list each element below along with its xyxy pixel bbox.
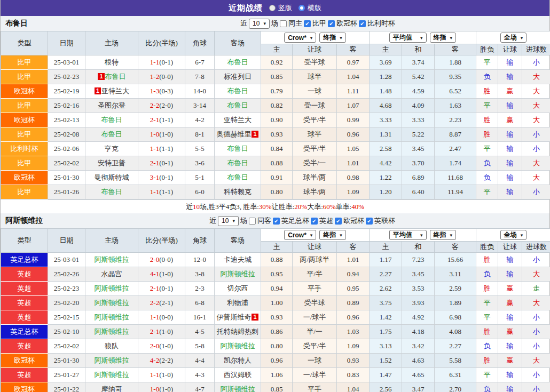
avg-draw-odds: 6.40 <box>402 185 435 199</box>
match-row: 英超25-02-20阿斯顿维拉2-2(2-1)6-8利物浦1.00受半球0.89… <box>1 296 550 310</box>
average-select[interactable]: 平均值▾ <box>389 230 427 240</box>
odds-away: 0.98 <box>337 171 370 185</box>
radio-unselected-icon[interactable] <box>269 5 276 11</box>
average-select[interactable]: 平均值▾ <box>389 33 427 43</box>
avg-home-odds: 1.28 <box>370 70 402 84</box>
corner-score: 5-1 <box>185 171 215 185</box>
match-score: 4-2(2-2) <box>138 354 185 368</box>
match-row: 英足总杯25-02-10阿斯顿维拉2-1(1-0)4-5托特纳姆热刺0.86半/… <box>1 325 550 339</box>
odds-home: 0.90 <box>261 113 293 127</box>
column-subheader: 让球 <box>293 44 337 55</box>
match-date: 25-01-26 <box>48 185 85 199</box>
avg-draw-odds: 4.65 <box>402 368 435 382</box>
team-name-text: 阿斯顿维拉 <box>95 255 129 263</box>
avg-draw-odds: 4.09 <box>402 99 435 113</box>
corner-score: 14-0 <box>185 84 215 99</box>
bookmaker-select[interactable]: Crow*▾ <box>284 230 316 240</box>
topbar: 近期战绩 竖版 横版 <box>1 0 549 16</box>
layout-radio-vertical[interactable]: 竖版 <box>269 3 292 13</box>
league-checkbox-checked[interactable]: ✔ <box>311 218 318 225</box>
odds-home: 0.93 <box>261 310 293 325</box>
avg-home-odds: 3.75 <box>370 296 402 310</box>
league-checkbox-checked[interactable]: ✔ <box>304 20 311 27</box>
match-date: 25-02-06 <box>48 142 85 156</box>
match-score: 2-1(1-1) <box>138 113 185 127</box>
result-goals: 小 <box>522 325 550 339</box>
odds-away: 1.04 <box>337 70 370 84</box>
league-checkbox-checked[interactable]: ✔ <box>335 218 342 225</box>
column-subheader: 主 <box>370 242 402 253</box>
team-name-text: 安特卫普 <box>98 159 125 167</box>
same-venue-checkbox-unchecked[interactable] <box>249 218 256 225</box>
team-name-text: 布鲁日 <box>227 58 248 66</box>
team-header-bar: 布鲁日近10▾场同主✔比甲✔欧冠杯✔比利时杯 <box>1 16 549 31</box>
result-outcome: 平 <box>476 99 498 113</box>
column-subheader: 进球数 <box>522 44 550 55</box>
column-subheader: 客 <box>435 242 476 253</box>
team-name: 阿斯顿维拉 <box>5 216 43 226</box>
same-venue-checkbox-unchecked[interactable] <box>280 20 287 27</box>
league-checkbox-checked[interactable]: ✔ <box>359 20 366 27</box>
average-stage-select[interactable]: 终指▾ <box>430 33 457 43</box>
average-header-group: 平均值▾终指▾ <box>370 229 476 242</box>
team-name-text: 托特纳姆热刺 <box>217 327 258 335</box>
dropdown-arrow-icon: ▾ <box>310 35 313 41</box>
home-team: 1布鲁日 <box>85 70 138 84</box>
scope-select[interactable]: 全场▾ <box>500 33 527 43</box>
result-handicap: 输 <box>498 185 522 199</box>
dropdown-arrow-icon: ▾ <box>340 233 342 238</box>
match-row: 比利时杯25-02-06亨克1-1(1-1)5-5布鲁日0.84受平/半1.05… <box>1 142 550 156</box>
league-checkbox-checked[interactable]: ✔ <box>328 20 335 27</box>
average-stage-select[interactable]: 终指▾ <box>430 230 457 240</box>
dropdown-arrow-icon: ▾ <box>232 218 235 223</box>
result-handicap: 输 <box>498 253 522 267</box>
odds-away: 1.01 <box>337 156 370 171</box>
team-name-text: 伊普斯维奇 <box>216 313 251 321</box>
odds-home: 0.88 <box>261 156 293 171</box>
dropdown-arrow-icon: ▾ <box>340 35 342 41</box>
matches-count-select[interactable]: 10▾ <box>218 216 239 226</box>
league-checkbox-checked[interactable]: ✔ <box>366 218 373 225</box>
odds-away: 0.96 <box>337 127 370 142</box>
away-team: 伊普斯维奇1 <box>215 310 261 325</box>
near-label: 近 <box>209 216 216 226</box>
layout-radio-horizontal[interactable]: 横版 <box>298 3 321 13</box>
match-date: 25-02-02 <box>48 156 85 171</box>
match-date: 25-01-30 <box>48 171 85 185</box>
match-type-badge: 比甲 <box>1 185 48 199</box>
team-results-section: 阿斯顿维拉近10▾场同客✔英足总杯✔英超✔欧冠杯✔英联杯类型日期主场比分(半场)… <box>1 213 549 392</box>
match-row: 欧冠杯25-01-22摩纳哥1-0(1-0)4-7阿斯顿维拉0.85平手1.04… <box>1 382 550 392</box>
avg-away-odds: 6.52 <box>435 84 476 99</box>
avg-away-odds: 8.87 <box>435 127 476 142</box>
result-goals: 大 <box>522 99 550 113</box>
home-team: 根特 <box>85 55 138 70</box>
bookmaker-stage-select[interactable]: 终指▾ <box>319 230 346 240</box>
bookmaker-select[interactable]: Crow*▾ <box>284 33 316 43</box>
odds-away: 1.03 <box>337 325 370 339</box>
radio-selected-icon[interactable] <box>298 5 305 11</box>
matches-count-select[interactable]: 10▾ <box>249 19 270 29</box>
match-row: 比甲25-02-02安特卫普2-1(0-1)3-6布鲁日0.88受半/一1.01… <box>1 156 550 171</box>
league-checkbox-label: 英足总杯 <box>281 216 309 226</box>
bookmaker-stage-select[interactable]: 终指▾ <box>319 33 346 43</box>
odds-home: 0.85 <box>261 70 293 84</box>
odds-away: 1.01 <box>337 253 370 267</box>
column-subheader: 让球 <box>498 44 522 55</box>
match-type-badge: 比甲 <box>1 127 48 142</box>
match-row: 英超25-02-02狼队2-0(1-0)5-8阿斯顿维拉0.80受平/半1.09… <box>1 339 550 354</box>
match-row: 英超25-01-27阿斯顿维拉1-1(1-0)4-3西汉姆联1.06一/球半0.… <box>1 368 550 382</box>
scope-select[interactable]: 全场▾ <box>500 230 527 240</box>
column-subheader: 和 <box>402 44 435 55</box>
match-row: 英足总杯25-03-01阿斯顿维拉2-0(0-0)12-0卡迪夫城0.88两/两… <box>1 253 550 267</box>
avg-draw-odds: 4.18 <box>402 325 435 339</box>
result-goals: 小 <box>522 185 550 199</box>
match-score: 1-0(1-0) <box>138 127 185 142</box>
match-score: 3-1(0-1) <box>138 171 185 185</box>
result-goals: 小 <box>522 127 550 142</box>
league-checkbox-checked[interactable]: ✔ <box>273 218 280 225</box>
match-row: 英超25-02-23阿斯顿维拉2-1(0-1)2-3切尔西0.94平手0.952… <box>1 282 550 296</box>
result-goals: 走 <box>522 282 550 296</box>
match-score: 2-1(0-1) <box>138 156 185 171</box>
same-venue-label: 同主 <box>288 19 302 28</box>
result-handicap: 赢 <box>498 296 522 310</box>
